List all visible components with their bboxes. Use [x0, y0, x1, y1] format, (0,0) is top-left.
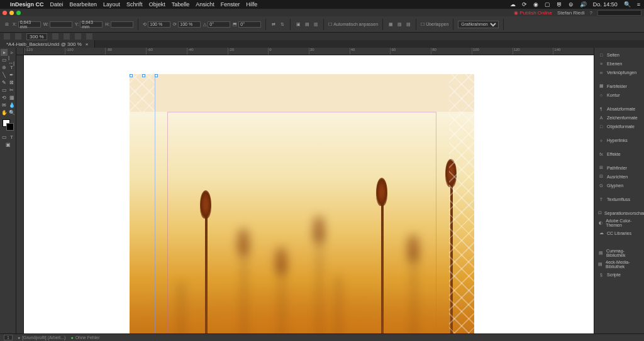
tool-button[interactable]: [75, 33, 81, 40]
selection-tool[interactable]: ▸: [1, 49, 8, 56]
h-input[interactable]: [111, 21, 133, 28]
panel-verknüpfungen[interactable]: ∞Verknüpfungen: [594, 68, 644, 77]
panel-zeichenformate[interactable]: AZeichenformate: [594, 113, 644, 122]
tool-button[interactable]: [86, 33, 92, 40]
zoom-tool[interactable]: 🔍: [8, 109, 15, 116]
tool-button[interactable]: [64, 33, 70, 40]
vertical-ruler[interactable]: [16, 55, 24, 333]
page-tool[interactable]: ▭: [1, 57, 8, 63]
document-page[interactable]: [130, 74, 474, 333]
stroke-swatch[interactable]: [6, 123, 14, 131]
zoom-level[interactable]: 300 %: [26, 33, 47, 40]
menu-schrift[interactable]: Schrift: [126, 1, 143, 8]
status-icon[interactable]: ▢: [545, 1, 550, 8]
menu-tabelle[interactable]: Tabelle: [172, 1, 190, 8]
rect-frame-tool[interactable]: ⊠: [8, 79, 15, 86]
flip-h-icon[interactable]: ⇄: [270, 21, 277, 28]
view-mode-button[interactable]: ▣: [4, 141, 11, 148]
panel-farbfelder[interactable]: ▦Farbfelder: [594, 82, 644, 90]
panel-absatzformate[interactable]: ¶Absatzformate: [594, 104, 644, 113]
wifi-icon[interactable]: ⊚: [569, 1, 574, 8]
canvas[interactable]: -120-100 -80-60 -40-20 020 4060 80100 12…: [16, 48, 594, 333]
search-icon[interactable]: 🔍: [624, 1, 631, 8]
panel-pathfinder[interactable]: ⊞Pathfinder: [594, 163, 644, 172]
rotate-input[interactable]: 0°: [208, 21, 230, 28]
panel-separationsvorschau[interactable]: ⊡Separationsvorschau: [594, 208, 644, 217]
panel-ebenen[interactable]: ≡Ebenen: [594, 59, 644, 68]
maximize-window-button[interactable]: [16, 11, 21, 15]
menu-hilfe[interactable]: Hilfe: [246, 1, 257, 8]
status-icon[interactable]: ☁: [510, 1, 516, 8]
document-tab[interactable]: *A4-Halb_BackersUndd @ 300 % ×: [0, 40, 95, 48]
note-tool[interactable]: ✉: [1, 102, 8, 109]
panel-adobe color-themen[interactable]: ◐Adobe Color-Themen: [594, 217, 644, 229]
fit-icon[interactable]: ▦: [387, 21, 394, 28]
mode-button[interactable]: T: [8, 134, 15, 141]
preflight-status[interactable]: Ohne Fehler: [75, 335, 100, 340]
auto-fit-checkbox[interactable]: Automatisch anpassen: [333, 22, 378, 26]
eyedrop-tool[interactable]: 💧: [8, 102, 15, 109]
flip-v-icon[interactable]: ⇅: [279, 21, 286, 28]
volume-icon[interactable]: 🔊: [580, 1, 587, 8]
scale-y-input[interactable]: 100 %: [178, 21, 201, 28]
help-button[interactable]: ?: [590, 10, 592, 16]
arrange-icon[interactable]: ▣: [295, 21, 301, 28]
selection-handles[interactable]: [130, 74, 161, 77]
panel-cunmag-bibliothek[interactable]: ▤Cunmag-Bibliothek: [594, 247, 644, 259]
x-input[interactable]: 0,643 mm: [18, 21, 41, 28]
color-swatch[interactable]: [3, 119, 14, 131]
reference-point-icon[interactable]: ⊞: [4, 21, 10, 28]
menu-layout[interactable]: Layout: [103, 1, 120, 8]
frame-style-select[interactable]: Grafikrahmen: [458, 21, 499, 28]
w-input[interactable]: [50, 21, 72, 28]
menu-ansicht[interactable]: Ansicht: [196, 1, 214, 8]
type-tool[interactable]: T: [8, 64, 15, 71]
clock[interactable]: Do. 14:50: [593, 1, 618, 8]
fit-icon[interactable]: ▨: [405, 21, 411, 28]
minimize-window-button[interactable]: [9, 11, 14, 15]
transform-tool[interactable]: ⟲: [1, 94, 8, 101]
panel-cc libraries[interactable]: ☁CC Libraries: [594, 229, 644, 237]
arrange-icon[interactable]: ▤: [304, 21, 310, 28]
tool-button[interactable]: [4, 33, 10, 40]
close-window-button[interactable]: [3, 11, 7, 15]
preflight-profile[interactable]: [Grundprofil] (Arbeit...): [22, 335, 65, 340]
gap-tool[interactable]: |↔|: [8, 57, 15, 63]
user-name[interactable]: Stefan Riedl: [557, 10, 585, 16]
scissors-tool[interactable]: ✂: [8, 87, 15, 94]
panel-kontur[interactable]: ○Kontur: [594, 90, 644, 99]
close-tab-icon[interactable]: ×: [86, 41, 89, 47]
tool-button[interactable]: [52, 33, 58, 40]
shear-input[interactable]: 0°: [238, 21, 261, 28]
panel-glyphen[interactable]: GGlyphen: [594, 181, 644, 190]
panel-scripte[interactable]: §Scripte: [594, 270, 644, 279]
status-icon[interactable]: ⟳: [522, 1, 527, 8]
panel-textumfluss[interactable]: TTextumfluss: [594, 195, 644, 203]
gradient-tool[interactable]: ▦: [8, 94, 15, 101]
panel-effekte[interactable]: fxEffekte: [594, 149, 644, 158]
app-name[interactable]: InDesign CC: [10, 1, 44, 8]
arrange-icon[interactable]: ▥: [313, 21, 319, 28]
publish-online-button[interactable]: ◉ Publish Online: [514, 10, 552, 16]
hand-tool[interactable]: ✋: [1, 109, 8, 116]
fit-icon[interactable]: ▧: [396, 21, 402, 28]
status-icon[interactable]: ⛨: [557, 1, 562, 8]
panel-hyperlinks[interactable]: ⟐Hyperlinks: [594, 136, 644, 144]
panel-ausrichten[interactable]: ⊟Ausrichten: [594, 172, 644, 181]
ruler-corner[interactable]: [16, 48, 24, 55]
panel-seiten[interactable]: □Seiten: [594, 50, 644, 59]
y-input[interactable]: 0,643 mm: [80, 21, 103, 28]
tool-button[interactable]: [15, 33, 21, 40]
pasteboard[interactable]: [24, 55, 594, 333]
menu-bearbeiten[interactable]: Bearbeiten: [70, 1, 97, 8]
menu-icon[interactable]: ≡: [637, 1, 640, 8]
panel-4eck-media-bibliothek[interactable]: ▤4eck-Media-Bibliothek: [594, 259, 644, 270]
overlap-checkbox[interactable]: Überlappen: [426, 22, 448, 26]
line-tool[interactable]: ╲: [1, 72, 8, 78]
panel-objektformate[interactable]: □Objektformate: [594, 122, 644, 131]
menu-datei[interactable]: Datei: [50, 1, 64, 8]
mode-button[interactable]: ▭: [1, 134, 8, 141]
pencil-tool[interactable]: ✎: [1, 79, 8, 86]
page-number[interactable]: 1: [4, 335, 13, 340]
menu-fenster[interactable]: Fenster: [221, 1, 240, 8]
